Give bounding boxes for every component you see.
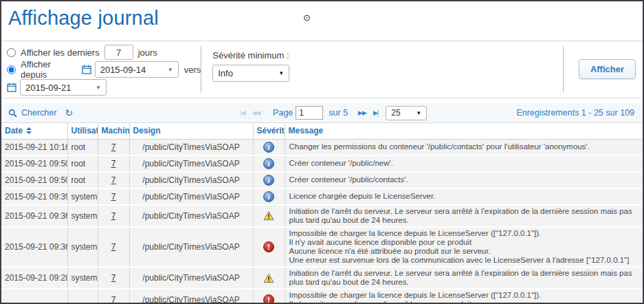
severity-label: Sévérité minimum : (212, 50, 563, 61)
vers-label: vers (184, 65, 201, 75)
last-days-radio[interactable] (7, 48, 16, 57)
log-date: 2015-09-21 09:50: (1, 155, 67, 172)
log-user: root (67, 139, 98, 155)
refresh-icon[interactable]: ↻ (65, 107, 73, 118)
info-icon: i (263, 191, 274, 202)
target-circle-icon[interactable]: ⊙ (303, 12, 311, 23)
last-days-label: Afficher les derniers (21, 47, 100, 58)
to-date-picker[interactable]: 2015-09-21 ▼ (20, 79, 107, 96)
chevron-down-icon: ▼ (278, 70, 284, 76)
machine-link[interactable]: 7 (111, 142, 116, 152)
log-date: 2015-09-21 09:39: (1, 188, 67, 205)
chevron-down-icon: ▼ (416, 110, 421, 116)
filter-panel: Afficher les derniers jours Afficher dep… (1, 41, 643, 98)
first-page-button[interactable]: |◀ (240, 109, 245, 116)
log-viewer-window: Affichage journal ⊙ Afficher les dernier… (0, 0, 644, 304)
log-date: 2015-09-21 09:50: (1, 172, 67, 188)
log-design: /public/CityTimesViaSOAP (129, 227, 253, 267)
days-unit-label: jours (138, 47, 157, 58)
machine-link[interactable]: 7 (111, 273, 116, 283)
log-design: /public/CityTimesViaSOAP (129, 205, 253, 227)
page-count-label: sur 5 (329, 108, 348, 118)
from-date-picker[interactable]: 2015-09-14 ▼ (95, 61, 179, 78)
records-count-label: Enregistrements 1 - 25 sur 109 (516, 108, 634, 118)
severity-select[interactable]: Info ▼ (212, 65, 289, 82)
since-label: Afficher depuis (21, 59, 78, 80)
col-header-severity[interactable]: Sévérité (253, 123, 285, 139)
log-table: Date Utilisateur Machine Design Sévérité… (1, 123, 643, 304)
machine-link[interactable]: 7 (111, 192, 116, 202)
days-input[interactable] (104, 45, 133, 60)
machine-link[interactable]: 7 (111, 295, 116, 304)
info-icon: i (263, 175, 274, 186)
calendar-icon[interactable] (7, 83, 16, 92)
error-icon: ! (263, 294, 274, 304)
log-user: system (67, 188, 98, 205)
log-message: Initiation de l'arrêt du serveur. Le ser… (285, 267, 643, 289)
log-design: /public/CityTimesViaSOAP (129, 289, 253, 304)
col-header-design[interactable]: Design (129, 123, 253, 139)
show-button[interactable]: Afficher (579, 59, 636, 79)
table-row: 2015-09-21 09:36: system 7 /public/CityT… (1, 227, 643, 267)
table-row: 2015-09-21 09:50: root 7 /public/CityTim… (1, 172, 643, 188)
col-header-machine[interactable]: Machine (98, 123, 129, 139)
log-design: /public/CityTimesViaSOAP (129, 172, 253, 188)
severity-filter-group: Sévérité minimum : Info ▼ (201, 45, 563, 94)
log-table-body: 2015-09-21 10:16: root 7 /public/CityTim… (1, 139, 643, 304)
page-label: Page (273, 108, 293, 118)
info-icon: i (263, 158, 274, 169)
log-user: system (67, 227, 98, 267)
table-row: 2015-09-21 09:50: root 7 /public/CityTim… (1, 155, 643, 172)
log-message: Initiation de l'arrêt du serveur. Le ser… (285, 205, 643, 227)
title-bar: Affichage journal ⊙ (1, 1, 643, 41)
table-toolbar: Chercher ↻ |◀ ◀◀ Page sur 5 ▶▶ ▶| 25 ▼ E… (1, 103, 643, 123)
since-radio[interactable] (7, 65, 16, 74)
next-page-button[interactable]: ▶▶ (358, 109, 366, 116)
log-message: Changer les permissions du conteneur '/p… (285, 139, 643, 155)
table-row: 2015-09-21 09:36: system 7 /public/CityT… (1, 205, 643, 227)
log-date: 2015-09-21 10:16: (1, 139, 67, 155)
page-size-select[interactable]: 25 ▼ (386, 106, 427, 120)
log-design: /public/CityTimesViaSOAP (129, 267, 253, 289)
from-date-value: 2015-09-14 (100, 65, 146, 75)
table-row: 2015-09-21 09:28: system 7 /public/CityT… (1, 267, 643, 289)
prev-page-button[interactable]: ◀◀ (252, 109, 260, 116)
table-row: 7 /public/CityTimesViaSOAP ! Impossible … (1, 289, 643, 304)
chevron-down-icon: ▼ (168, 67, 173, 73)
severity-value: Info (218, 68, 233, 78)
search-toggle[interactable]: Chercher (21, 108, 56, 118)
col-header-message[interactable]: Message (285, 123, 643, 139)
log-message: Créer conteneur '/public/new'. (285, 155, 643, 172)
machine-link[interactable]: 7 (111, 211, 116, 221)
table-header-row: Date Utilisateur Machine Design Sévérité… (1, 123, 643, 139)
calendar-icon[interactable] (82, 65, 91, 74)
warning-icon (263, 210, 274, 221)
chevron-down-icon: ▼ (96, 85, 101, 91)
log-message: Créer conteneur '/public/contacts'. (285, 172, 643, 188)
log-design: /public/CityTimesViaSOAP (129, 155, 253, 172)
page-number-input[interactable] (296, 106, 323, 120)
log-user: root (67, 172, 98, 188)
page-size-value: 25 (391, 108, 400, 118)
log-design: /public/CityTimesViaSOAP (129, 188, 253, 205)
log-design: /public/CityTimesViaSOAP (129, 139, 253, 155)
error-icon: ! (263, 241, 274, 252)
log-user: system (67, 267, 98, 289)
machine-link[interactable]: 7 (111, 159, 116, 169)
log-user: root (67, 155, 98, 172)
log-message: Impossible de charger la licence depuis … (285, 289, 643, 304)
col-header-date[interactable]: Date (1, 123, 67, 139)
col-header-user[interactable]: Utilisateur (67, 123, 98, 139)
table-row: 2015-09-21 09:39: system 7 /public/CityT… (1, 188, 643, 205)
machine-link[interactable]: 7 (111, 175, 116, 185)
machine-link[interactable]: 7 (111, 242, 116, 252)
table-row: 2015-09-21 10:16: root 7 /public/CityTim… (1, 139, 643, 155)
log-date: 2015-09-21 09:36: (1, 227, 67, 267)
last-page-button[interactable]: ▶| (373, 109, 378, 116)
search-icon[interactable] (8, 109, 17, 118)
page-title: Affichage journal (8, 7, 159, 30)
sort-icon[interactable] (26, 127, 32, 134)
warning-icon (263, 272, 274, 283)
log-user: system (67, 205, 98, 227)
log-date: 2015-09-21 09:28: (1, 267, 67, 289)
